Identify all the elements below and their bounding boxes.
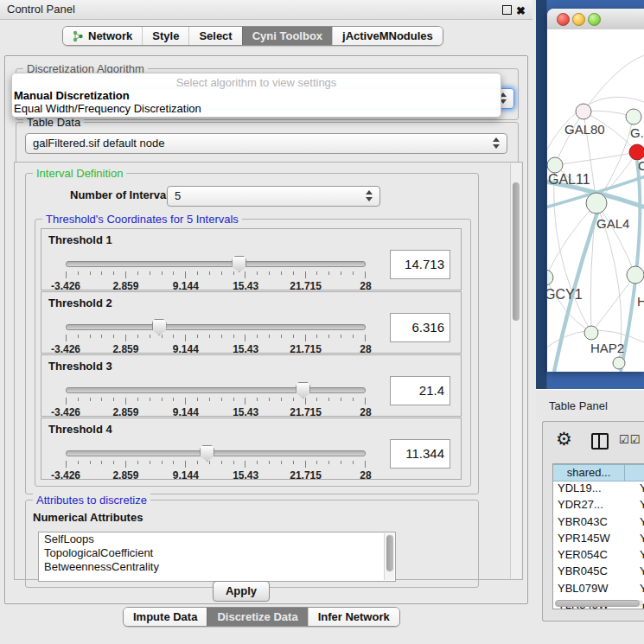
threshold-slider[interactable]: -3.4262.8599.14415.4321.71528 [66, 320, 366, 351]
slider-track[interactable] [66, 261, 366, 267]
interval-definition-group: Interval Definition Number of Intervals … [25, 173, 479, 494]
network-desktop: GAL80G.CGAL11GAL4GCY1HHAP2 [536, 0, 644, 389]
cell-shared-name[interactable]: YBL079W [553, 582, 634, 598]
attribute-item[interactable]: BetweennessCentrality [39, 560, 395, 574]
network-view-window[interactable]: GAL80G.CGAL11GAL4GCY1HHAP2 [547, 9, 644, 372]
table-rows: YDL19...YDL1YDR27...YDR2YBR043CYBR0YPR14… [553, 481, 644, 609]
network-node[interactable] [626, 109, 641, 124]
checkbox-filter-icons[interactable]: ☑☑ [619, 433, 641, 446]
minimize-traffic-light-icon[interactable] [572, 13, 585, 26]
cell-shared-name[interactable]: YER054C [553, 548, 634, 564]
table-data-select[interactable]: galFiltered.sif default node [25, 133, 507, 154]
tab-label: Impute Data [133, 610, 197, 623]
threshold-value-field[interactable]: 6.316 [390, 313, 450, 342]
column-layout-icon[interactable] [591, 433, 609, 450]
cell-shared-name[interactable]: YDR27... [553, 498, 634, 514]
column-header-shared-name[interactable]: shared... [553, 464, 625, 481]
attribute-item[interactable]: SelfLoops [39, 532, 395, 546]
network-canvas[interactable]: GAL80G.CGAL11GAL4GCY1HHAP2 [547, 29, 644, 372]
slider-thumb[interactable] [152, 319, 167, 335]
slider-ticks [66, 271, 366, 279]
zoom-traffic-light-icon[interactable] [588, 13, 601, 26]
cell-name[interactable]: YDR2 [634, 498, 644, 514]
settings-scrollbar[interactable] [510, 163, 521, 578]
threshold-slider[interactable]: -3.4262.8599.14415.4321.71528 [66, 257, 366, 288]
slider-thumb[interactable] [296, 382, 310, 399]
apply-button[interactable]: Apply [213, 581, 270, 602]
slider-thumb[interactable] [200, 445, 214, 462]
column-header-name[interactable]: na [625, 464, 644, 481]
threshold-slider[interactable]: -3.4262.8599.14415.4321.71528 [66, 383, 366, 414]
application-window: { "window": { "title": "Control Panel" }… [0, 0, 644, 644]
table-row[interactable]: YBR043CYBR0 [553, 515, 644, 532]
settings-scroll-area: Interval Definition Number of Intervals … [14, 162, 523, 580]
numerical-attributes-list[interactable]: SelfLoopsTopologicalCoefficientBetweenne… [38, 532, 396, 582]
gear-icon[interactable]: ⚙ [556, 429, 572, 450]
slider-thumb[interactable] [232, 256, 246, 272]
attribute-item[interactable]: TopologicalCoefficient [39, 546, 395, 560]
close-icon[interactable]: ✖ [516, 4, 526, 17]
attributes-scrollbar[interactable] [384, 533, 394, 580]
network-node[interactable] [627, 266, 644, 284]
algorithm-dropdown-popup: Select algorithm to view settings Manual… [11, 73, 501, 118]
number-of-intervals-select[interactable]: 5 [167, 186, 380, 207]
cell-shared-name[interactable]: YPR145W [553, 532, 634, 548]
network-node[interactable] [547, 270, 553, 285]
tab-jactivemnodules[interactable]: jActiveMNodules [332, 27, 443, 45]
table-row[interactable]: YER054CYER0 [553, 548, 644, 564]
cell-shared-name[interactable]: YBR045C [553, 564, 634, 581]
table-row[interactable]: YDR27...YDR2 [553, 498, 644, 514]
network-node[interactable] [576, 104, 591, 119]
network-node-label: GAL11 [548, 172, 590, 187]
discretize-data-panel: Discretization Algorithm Table Data galF… [4, 55, 528, 604]
cell-shared-name[interactable]: YDL19... [553, 481, 634, 498]
tab-style[interactable]: Style [142, 27, 188, 45]
table-horizontal-scrollbar[interactable] [555, 600, 643, 607]
network-node[interactable] [613, 357, 625, 369]
threshold-slider[interactable]: -3.4262.8599.14415.4321.71528 [66, 446, 366, 477]
network-node[interactable] [586, 193, 607, 214]
threshold-value-field[interactable]: 11.344 [390, 439, 450, 469]
tab-label: Network [88, 29, 132, 42]
slider-scale-labels: -3.4262.8599.14415.4321.71528 [66, 280, 366, 290]
cell-name[interactable]: YBR0 [634, 515, 644, 532]
network-node[interactable] [547, 157, 563, 173]
tab-infer-network[interactable]: Infer Network [308, 608, 399, 626]
network-node[interactable] [584, 326, 598, 340]
float-window-icon[interactable] [502, 5, 512, 15]
table-row[interactable]: YDL19...YDL1 [553, 481, 644, 498]
tab-select[interactable]: Select [188, 27, 241, 45]
network-window-titlebar [547, 9, 644, 30]
control-panel-tabs: NetworkStyleSelectCyni ToolboxjActiveMNo… [62, 26, 443, 46]
tab-label: Select [199, 29, 232, 42]
node-table[interactable]: shared... na YDL19...YDL1YDR27...YDR2YBR… [552, 463, 644, 609]
tab-discretize-data[interactable]: Discretize Data [207, 608, 307, 626]
table-row[interactable]: YBR045CYBR0 [553, 564, 644, 581]
threshold-value-field[interactable]: 21.4 [390, 376, 450, 405]
number-of-intervals-value: 5 [175, 189, 181, 202]
tab-impute-data[interactable]: Impute Data [124, 608, 207, 626]
threshold-panel-2: Threshold 2-3.4262.8599.14415.4321.71528… [41, 291, 462, 354]
algorithm-option-equal-width[interactable]: Equal Width/Frequency Discretization [14, 102, 201, 115]
cell-name[interactable]: YBL0 [634, 582, 644, 598]
slider-track[interactable] [66, 324, 366, 330]
threshold-value-field[interactable]: 14.713 [390, 250, 450, 279]
cell-name[interactable]: YER0 [634, 548, 644, 564]
table-row[interactable]: YBL079WYBL0 [553, 582, 644, 598]
table-row[interactable]: YPR145WYPR1 [553, 532, 644, 548]
tab-network[interactable]: Network [63, 27, 142, 45]
cell-shared-name[interactable]: YBR043C [553, 515, 634, 532]
slider-track[interactable] [66, 450, 366, 456]
slider-track[interactable] [66, 387, 366, 393]
algorithm-option-manual[interactable]: Manual Discretization [14, 89, 130, 102]
combo-spinner-icon [366, 190, 373, 201]
cell-name[interactable]: YPR1 [634, 532, 644, 548]
cell-name[interactable]: YBR0 [634, 564, 644, 581]
attributes-group: Attributes to discretize Numerical Attri… [25, 500, 479, 588]
tab-cyni-toolbox[interactable]: Cyni Toolbox [242, 27, 332, 45]
close-traffic-light-icon[interactable] [557, 13, 570, 26]
cell-name[interactable]: YDL1 [634, 481, 644, 498]
slider-scale-labels: -3.4262.8599.14415.4321.71528 [66, 406, 366, 417]
tab-label: Cyni Toolbox [252, 29, 322, 42]
tab-label: jActiveMNodules [342, 29, 433, 42]
